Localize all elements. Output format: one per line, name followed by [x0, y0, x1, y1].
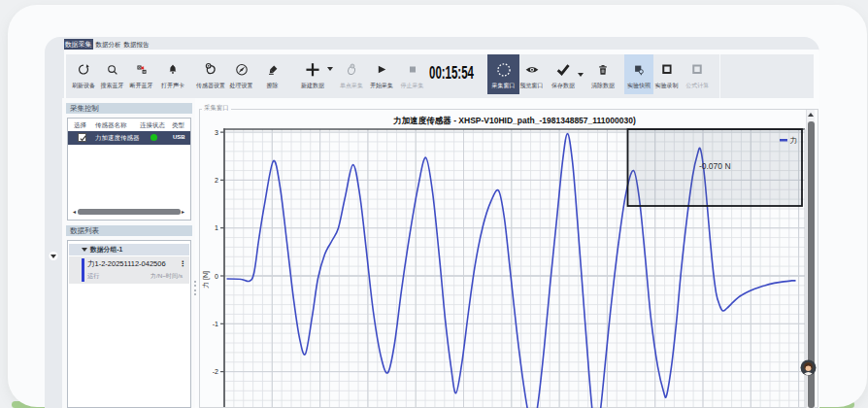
- y-tick-label: 3: [215, 128, 218, 135]
- disconnect-bluetooth-button[interactable]: 断开蓝牙: [123, 54, 159, 95]
- toolbar-button-label: 擦除: [256, 82, 289, 90]
- chart: 3210-1-2力 [N]-0.070 N力力加速度传感器 - XHSP-V10…: [199, 109, 818, 408]
- assistant-avatar[interactable]: [800, 359, 817, 376]
- collapse-arrow-icon: [48, 252, 59, 260]
- toolbar-button-label: 保存数据: [544, 82, 583, 90]
- annotation-value: -0.070 N: [698, 160, 730, 170]
- chevron-down-icon: [82, 248, 87, 252]
- toolbar-button-label: 处理设置: [223, 82, 259, 90]
- trash-icon: [597, 64, 609, 76]
- save-data-button[interactable]: 保存数据: [544, 54, 583, 95]
- toolbar-button-label: 新建数据: [293, 82, 332, 90]
- eraser-icon: [267, 64, 279, 76]
- plus-icon: [305, 62, 320, 78]
- sensor-table: 选择 传感器名称 连接状态 类型 力加速度传感器 USB ◂ ▸: [67, 118, 191, 221]
- sensor-checkbox[interactable]: [78, 133, 86, 142]
- legend-label: 力: [789, 136, 797, 145]
- y-axis-label: 力 [N]: [202, 271, 210, 289]
- hand-icon: [345, 63, 358, 77]
- record-icon: [661, 64, 672, 75]
- tab-data-acquisition[interactable]: 数据采集: [64, 39, 93, 51]
- disconnect-icon: [136, 64, 147, 75]
- capture-icon: [496, 62, 512, 78]
- scroll-right-icon[interactable]: ▸: [182, 210, 184, 215]
- sensor-row[interactable]: 力加速度传感器 USB: [68, 131, 190, 145]
- data-group-row[interactable]: 数据分组-1: [69, 244, 189, 255]
- scroll-up-icon[interactable]: [807, 110, 816, 120]
- formula-calc-button: 公式计算: [678, 54, 717, 95]
- y-tick-label: 2: [215, 177, 218, 184]
- tab-data-analysis[interactable]: 数据分析: [95, 39, 121, 51]
- toolbar-button-label: 打开声卡: [155, 82, 191, 90]
- toolbar-button-label: 断开蓝牙: [123, 82, 159, 90]
- formula-icon: [692, 64, 703, 75]
- compass-icon: [235, 63, 249, 77]
- col-type: 类型: [172, 121, 184, 130]
- process-settings-button[interactable]: 处理设置: [223, 54, 259, 95]
- dropdown-caret-icon[interactable]: [327, 67, 333, 71]
- sensor-name: 力加速度传感器: [95, 134, 140, 143]
- sensor-table-header: 选择 传感器名称 连接状态 类型: [68, 119, 190, 131]
- item-axes: 力/N~时间/s: [150, 272, 183, 281]
- avatar-girl-icon: [800, 359, 817, 376]
- stop-collect-button: 停止采集: [394, 54, 430, 95]
- y-tick-label: -2: [212, 368, 217, 375]
- open-soundcard-button[interactable]: 打开声卡: [155, 54, 191, 95]
- item-status: 运行: [87, 272, 99, 281]
- check-icon: [556, 62, 571, 77]
- col-connection-status: 连接状态: [140, 121, 165, 130]
- section-header-acquisition-control: 采集控制: [66, 103, 192, 115]
- y-tick-label: -1: [212, 320, 217, 326]
- y-tick-label: 1: [215, 224, 218, 231]
- check-icon: [79, 134, 87, 143]
- refresh-icon: [78, 63, 90, 76]
- horizontal-scrollbar-thumb[interactable]: [78, 209, 181, 215]
- new-data-button[interactable]: 新建数据: [293, 54, 332, 95]
- toolbar-button-label: 停止采集: [394, 82, 430, 90]
- scroll-left-icon[interactable]: ◂: [73, 210, 76, 215]
- bell-icon: [168, 64, 179, 75]
- item-title: 力1-2-20251112-042506: [87, 259, 166, 269]
- elapsed-timer: 00:15:54: [429, 62, 479, 84]
- splitter-handle[interactable]: [194, 278, 197, 295]
- search-icon: [107, 64, 118, 76]
- tab-data-report[interactable]: 数据报告: [123, 39, 150, 51]
- chart-title: 力加速度传感器 - XHSP-V10HID_path_-1981348857_1…: [392, 115, 636, 124]
- y-tick-label: 0: [215, 272, 218, 279]
- toolbar-button-label: 公式计算: [678, 82, 717, 90]
- data-group-label: 数据分组-1: [90, 244, 122, 255]
- eye-icon: [524, 62, 540, 78]
- panel-collapse-toggle[interactable]: [48, 247, 59, 255]
- sensor-icon: [204, 62, 218, 77]
- col-sensor-name: 传感器名称: [95, 121, 127, 130]
- toolbar-separator: [719, 54, 721, 98]
- status-dot: [150, 134, 157, 141]
- data-list-item[interactable]: 力1-2-20251112-042506 ⋮ 运行 力/N~时间/s: [69, 256, 189, 284]
- toolbar-button-label: 清除数据: [584, 82, 621, 90]
- section-header-data-list: 数据列表: [66, 225, 192, 237]
- data-list: 数据分组-1 力1-2-20251112-042506 ⋮ 运行 力/N~时间/…: [67, 240, 191, 408]
- snapshot-icon: [633, 63, 646, 76]
- sensor-type: USB: [173, 134, 185, 140]
- dropdown-caret-icon[interactable]: [578, 73, 584, 77]
- clear-data-button[interactable]: 清除数据: [584, 54, 621, 95]
- toolbar: 刷新设备搜索蓝牙断开蓝牙打开声卡传感器设置处理设置擦除新建数据单点采集开始采集停…: [66, 54, 815, 98]
- horizontal-scrollbar[interactable]: ◂ ▸: [69, 209, 188, 216]
- stop-icon: [408, 65, 417, 74]
- item-accent-bar: [82, 258, 84, 282]
- erase-button[interactable]: 擦除: [256, 54, 289, 95]
- item-menu-icon[interactable]: ⋮: [180, 259, 187, 268]
- col-select: 选择: [74, 121, 86, 130]
- play-icon: [377, 64, 387, 75]
- app-window: 数据采集 数据分析 数据报告 刷新设备搜索蓝牙断开蓝牙打开声卡传感器设置处理设置…: [45, 37, 819, 408]
